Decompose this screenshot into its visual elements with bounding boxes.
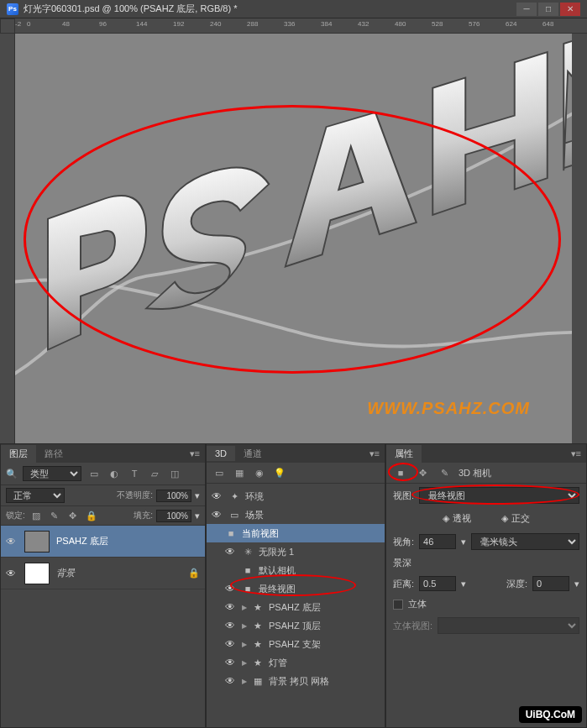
fov-dropdown-icon[interactable]: ▾	[461, 537, 466, 547]
ruler-horizontal-area: -2 0 48 96 144 192 240 288 336 384 432 4…	[0, 18, 587, 34]
filter-type-icon[interactable]: T	[127, 467, 142, 480]
document-canvas[interactable]: WWW.PSAHZ.COM	[15, 34, 572, 443]
3d-item-default-camera[interactable]: 👁■默认相机	[207, 561, 385, 579]
filter-material-icon[interactable]: ◉	[252, 466, 267, 479]
maximize-button[interactable]: □	[538, 3, 558, 16]
ruler-tick: 384	[321, 20, 332, 28]
perspective-button[interactable]: ◈透视	[436, 511, 478, 526]
lock-fill-row: 锁定: ▨ ✎ ✥ 🔒 填充: ▾	[1, 506, 205, 526]
blend-mode-select[interactable]: 正常	[6, 488, 65, 503]
visibility-toggle-icon[interactable]: 👁	[225, 657, 237, 668]
visibility-toggle-icon[interactable]: 👁	[212, 490, 223, 502]
lens-select[interactable]: 毫米镜头	[471, 533, 579, 550]
depth-input[interactable]	[532, 576, 569, 591]
expand-icon[interactable]: ▶	[242, 641, 247, 648]
stereo-checkbox[interactable]	[393, 600, 403, 610]
tab-channels[interactable]: 通道	[235, 445, 270, 463]
filter-mesh-icon[interactable]: ▦	[232, 466, 247, 479]
filter-pixel-icon[interactable]: ▭	[86, 467, 102, 480]
expand-icon[interactable]: ▶	[242, 678, 247, 685]
fov-row: 视角: ▾ 毫米镜头	[386, 530, 586, 553]
layer-name: PSAHZ 底层	[56, 535, 108, 547]
fov-input[interactable]	[419, 534, 456, 549]
3d-item-scene[interactable]: 👁▭场景	[207, 505, 385, 524]
close-button[interactable]: ✕	[560, 3, 580, 16]
3d-item-current-view[interactable]: ■当前视图	[207, 524, 385, 542]
visibility-toggle-icon[interactable]: 👁	[6, 568, 18, 579]
orthographic-button[interactable]: ◈正交	[495, 511, 537, 526]
filter-adjust-icon[interactable]: ◐	[107, 467, 122, 480]
stereo-label: 立体	[408, 598, 427, 610]
prop-brush-icon[interactable]: ✎	[437, 466, 452, 479]
dropdown-icon[interactable]: ▾	[574, 579, 579, 589]
3d-item-mesh-psahz-frame[interactable]: 👁▶★PSAHZ 支架	[207, 635, 385, 653]
filter-shape-icon[interactable]: ▱	[147, 467, 162, 480]
expand-icon[interactable]: ▶	[242, 659, 247, 667]
expand-icon[interactable]: ▶	[242, 604, 247, 611]
visibility-toggle-icon[interactable]: 👁	[225, 583, 237, 594]
panel-menu-icon[interactable]: ▾≡	[566, 448, 586, 459]
canvas-area: WWW.PSAHZ.COM	[0, 34, 587, 443]
prop-coord-icon[interactable]: ✥	[415, 466, 430, 479]
layer-item-psahz[interactable]: 👁 PSAHZ 底层	[1, 526, 205, 558]
layer-list: 👁 PSAHZ 底层 👁 背景 🔒	[1, 526, 205, 727]
layer-thumbnail[interactable]	[24, 563, 50, 584]
tab-3d[interactable]: 3D	[207, 446, 235, 461]
3d-item-final-view[interactable]: 👁■最终视图	[207, 579, 385, 598]
expand-icon[interactable]: ▶	[242, 622, 247, 630]
visibility-toggle-icon[interactable]: 👁	[6, 536, 18, 547]
3d-item-environment[interactable]: 👁✦环境	[207, 487, 385, 505]
layer-item-background[interactable]: 👁 背景 🔒	[1, 558, 205, 589]
panel-menu-icon[interactable]: ▾≡	[364, 448, 385, 459]
stereo-view-select[interactable]	[438, 617, 579, 634]
filter-type-select[interactable]: 类型	[23, 466, 81, 481]
tab-properties[interactable]: 属性	[386, 445, 422, 463]
lock-pixels-icon[interactable]: ✎	[47, 509, 62, 522]
canvas-scrollbar-vertical[interactable]	[572, 34, 587, 443]
visibility-toggle-icon[interactable]: 👁	[225, 601, 237, 613]
visibility-toggle-icon[interactable]: 👁	[225, 675, 237, 687]
scene-icon: ▭	[228, 510, 240, 521]
3d-item-mesh-bg-copy[interactable]: 👁▶▦背景 拷贝 网格	[207, 672, 385, 690]
visibility-toggle-icon[interactable]: 👁	[225, 638, 237, 650]
3d-item-mesh-tube[interactable]: 👁▶★灯管	[207, 653, 385, 672]
lock-all-icon[interactable]: 🔒	[84, 509, 99, 522]
filter-smart-icon[interactable]: ◫	[167, 467, 182, 480]
fill-dropdown-icon[interactable]: ▾	[195, 511, 200, 521]
tab-paths[interactable]: 路径	[36, 445, 71, 463]
opacity-dropdown-icon[interactable]: ▾	[195, 490, 200, 501]
3d-item-mesh-psahz-bottom[interactable]: 👁▶★PSAHZ 底层	[207, 598, 385, 616]
visibility-toggle-icon[interactable]: 👁	[225, 620, 237, 631]
projection-row: ◈透视 ◈正交	[386, 507, 586, 530]
filter-scene-icon[interactable]: ▭	[212, 466, 227, 479]
mesh-icon: ★	[252, 621, 264, 631]
ruler-vertical[interactable]	[0, 34, 15, 443]
filter-search-icon[interactable]: 🔍	[6, 469, 18, 479]
layer-thumbnail[interactable]	[24, 531, 50, 553]
lock-position-icon[interactable]: ✥	[66, 509, 81, 522]
fill-input[interactable]	[156, 510, 191, 522]
psahz-3d-artwork	[15, 34, 572, 443]
camera-icon: ■	[242, 584, 254, 594]
opacity-input[interactable]	[156, 490, 191, 502]
mesh-icon: ★	[252, 602, 264, 613]
ruler-corner[interactable]	[0, 18, 15, 34]
cube-icon: ◈	[501, 513, 508, 524]
view-select[interactable]: 最终视图	[419, 487, 579, 504]
3d-item-infinite-light[interactable]: 👁✳无限光 1	[207, 542, 385, 561]
panel-menu-icon[interactable]: ▾≡	[185, 448, 205, 459]
minimize-button[interactable]: ─	[516, 3, 537, 16]
visibility-toggle-icon[interactable]: 👁	[225, 546, 237, 558]
filter-light-icon[interactable]: 💡	[272, 466, 287, 479]
dropdown-icon[interactable]: ▾	[461, 579, 466, 589]
fill-label: 填充:	[134, 510, 153, 521]
lock-transparent-icon[interactable]: ▨	[29, 509, 44, 522]
ruler-tick: 0	[27, 20, 30, 28]
ruler-tick: 336	[284, 20, 295, 28]
visibility-toggle-icon[interactable]: 👁	[212, 509, 223, 521]
distance-input[interactable]	[419, 576, 456, 591]
prop-camera-icon[interactable]: ■	[393, 466, 408, 479]
tab-layers[interactable]: 图层	[1, 445, 36, 463]
3d-item-mesh-psahz-top[interactable]: 👁▶★PSAHZ 顶层	[207, 616, 385, 635]
ruler-horizontal[interactable]: -2 0 48 96 144 192 240 288 336 384 432 4…	[15, 18, 587, 34]
